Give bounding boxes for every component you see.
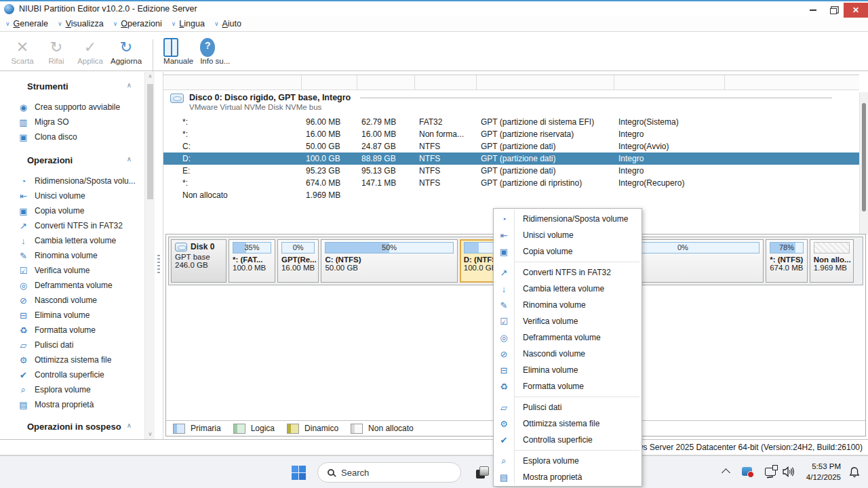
context-menu-item[interactable]: ↗ Converti NTFS in FAT32: [494, 264, 642, 281]
menu-item[interactable]: Lingua: [172, 19, 205, 28]
format-volume-icon: ♻: [494, 382, 514, 392]
niubi-tray-icon[interactable]: [742, 467, 752, 476]
splitter-grip[interactable]: [157, 255, 160, 274]
sidebar-item[interactable]: ▣ Copia volume: [0, 203, 163, 218]
volume-row[interactable]: Non allocato 1.969 MB: [163, 189, 859, 201]
context-menu-item[interactable]: ▣ Copia volume: [494, 243, 642, 260]
restore-button[interactable]: [823, 3, 844, 18]
disk-group-row[interactable]: Disco 0: Disco rigido, GPT base, Integro…: [163, 90, 859, 116]
sidebar-item[interactable]: ✔ Controlla superficie: [0, 367, 163, 382]
clock[interactable]: 5:53 PM 4/12/2025: [793, 462, 841, 483]
context-menu-item[interactable]: ◔ Ridimensiona/Sposta volume: [494, 211, 642, 227]
context-menu-item[interactable]: ⊘ Nascondi volume: [494, 346, 642, 362]
search-input[interactable]: Search: [317, 462, 461, 483]
tray-chevron-up-icon[interactable]: [722, 468, 730, 477]
column-header[interactable]: [302, 75, 357, 89]
context-menu-item[interactable]: ♻ Formatta volume: [494, 378, 642, 394]
sidebar-item[interactable]: ◔ Ridimensiona/Sposta volu...: [0, 174, 163, 188]
column-header[interactable]: [169, 75, 302, 89]
context-menu-item[interactable]: ↓ Cambia lettera volume: [494, 281, 642, 297]
sidebar-item[interactable]: ☑ Verifica volume: [0, 263, 163, 278]
context-menu-item[interactable]: ◎ Deframmenta volume: [494, 329, 642, 346]
disk-map-partition[interactable]: Non allo... 1.969 MB: [810, 239, 854, 283]
sidebar-item[interactable]: ⌕ Esplora volume: [0, 382, 163, 397]
disk-map-partition[interactable]: 50% C: (NTFS) 50.00 GB: [321, 239, 457, 283]
menu-item[interactable]: Aiuto: [214, 19, 241, 28]
chevron-up-icon[interactable]: [127, 81, 132, 92]
context-menu-item[interactable]: ⌕ Esplora volume: [494, 453, 642, 469]
menu-item[interactable]: Generale: [5, 19, 48, 28]
volume-row[interactable]: *: 674.0 MB 147.1 MB NTFS GPT (partizion…: [163, 177, 859, 189]
context-menu-item[interactable]: ⚙ Ottimizza sistema file: [494, 415, 642, 432]
task-view-icon[interactable]: [476, 466, 489, 479]
context-menu-item-label: Deframmenta volume: [523, 333, 601, 342]
sidebar-group-operations[interactable]: Operazioni: [0, 155, 163, 165]
cell-capacity: 96.00 MB: [302, 116, 357, 128]
sidebar-item[interactable]: ♻ Formatta volume: [0, 323, 163, 338]
sidebar-item[interactable]: ▤ Mostra proprietà: [0, 397, 163, 412]
sidebar-item[interactable]: ▥ Migra SO: [0, 115, 163, 129]
volume-row[interactable]: *: 96.00 MB 62.79 MB FAT32 GPT (partizio…: [163, 116, 859, 128]
column-header[interactable]: [357, 75, 415, 89]
column-header[interactable]: [614, 75, 725, 89]
network-display-icon[interactable]: [765, 468, 776, 476]
sidebar-group-tools[interactable]: Strumenti: [0, 81, 163, 92]
sidebar-item[interactable]: ↗ Converti NTFS in FAT32: [0, 218, 163, 233]
undo-icon: ✕: [9, 38, 36, 57]
toolbar-button[interactable]: ↻ Aggiorna: [107, 38, 145, 65]
sidebar-item[interactable]: ◎ Deframmenta volume: [0, 278, 163, 293]
convert-ntfs-fat32-icon: ↗: [494, 268, 514, 278]
context-menu-item[interactable]: ▱ Pulisci dati: [494, 399, 642, 415]
scroll-down-icon[interactable]: [145, 430, 155, 439]
sidebar-item[interactable]: ✎ Rinomina volume: [0, 248, 163, 263]
volume-row[interactable]: *: 16.00 MB 16.00 MB Non forma... GPT (p…: [163, 128, 859, 140]
sidebar-item[interactable]: ◉ Crea supporto avviabile: [0, 100, 163, 115]
sidebar-item[interactable]: ▣ Clona disco: [0, 129, 163, 144]
menu-item[interactable]: Visualizza: [58, 19, 104, 28]
notification-bell-icon[interactable]: [849, 466, 860, 481]
chevron-up-icon[interactable]: [127, 155, 132, 165]
volume-row[interactable]: D: 100.0 GB 88.89 GB NTFS GPT (partizion…: [163, 152, 859, 165]
disk-map-partition[interactable]: 35% *: (FAT... 100.0 MB: [229, 239, 275, 283]
column-header[interactable]: [477, 75, 614, 89]
chevron-up-icon[interactable]: [127, 422, 132, 432]
toolbar-button[interactable]: ✓ Applica: [73, 38, 107, 65]
menu-item[interactable]: Operazioni: [113, 19, 162, 28]
table-scrollbar[interactable]: [859, 92, 868, 235]
sidebar-item[interactable]: ⇤ Unisci volume: [0, 188, 163, 203]
sidebar-item[interactable]: ⚙ Ottimizza sistema file: [0, 352, 163, 367]
sidebar-item[interactable]: ↓ Cambia lettera volume: [0, 233, 163, 248]
sidebar-group-pending[interactable]: Operazioni in sospeso: [0, 422, 163, 432]
scrollbar-thumb[interactable]: [862, 103, 866, 211]
usage-bar: 35%: [233, 242, 271, 253]
sidebar-scrollbar[interactable]: [144, 72, 155, 439]
start-button[interactable]: [292, 466, 306, 480]
app-icon: [4, 4, 14, 14]
scrollbar-thumb[interactable]: [147, 84, 153, 199]
context-menu-item[interactable]: ✔ Controlla superficie: [494, 432, 642, 448]
disk-map-partition[interactable]: 0% GPT(Re... 16.00 MB: [277, 239, 319, 283]
volume-row[interactable]: C: 50.00 GB 24.87 GB NTFS GPT (partizion…: [163, 140, 859, 152]
context-menu-item[interactable]: ☑ Verifica volume: [494, 313, 642, 329]
sidebar-item[interactable]: ⊟ Elimina volume: [0, 308, 163, 323]
sidebar-item[interactable]: ▱ Pulisci dati: [0, 338, 163, 352]
toolbar-button[interactable]: ↻ Rifai: [39, 38, 73, 65]
close-button[interactable]: [844, 3, 868, 18]
sidebar-item-label: Migra SO: [35, 117, 69, 127]
scroll-up-icon[interactable]: [145, 72, 155, 81]
context-menu-item[interactable]: ▤ Mostra proprietà: [494, 469, 642, 485]
volume-row[interactable]: E: 95.23 GB 95.13 GB NTFS GPT (partizion…: [163, 165, 859, 177]
change-drive-letter-icon: ↓: [18, 236, 29, 246]
sidebar-item[interactable]: ⊘ Nascondi volume: [0, 293, 163, 308]
context-menu-item[interactable]: ⊟ Elimina volume: [494, 362, 642, 378]
toolbar-button[interactable]: ✕ Scarta: [5, 38, 39, 65]
column-header[interactable]: [415, 75, 477, 89]
toolbar-button[interactable]: Manuale: [160, 38, 197, 65]
disk-info-box[interactable]: Disk 0 GPT base 246.0 GB: [171, 239, 226, 283]
context-menu-item[interactable]: ⇤ Unisci volume: [494, 227, 642, 243]
minimize-button[interactable]: [803, 3, 823, 18]
context-menu-item[interactable]: ✎ Rinomina volume: [494, 297, 642, 313]
toolbar-button[interactable]: Info su...: [197, 38, 233, 65]
legend-label: Dinamico: [304, 424, 338, 433]
disk-map-partition[interactable]: 78% *: (NTFS) 674.0 MB: [766, 239, 808, 283]
